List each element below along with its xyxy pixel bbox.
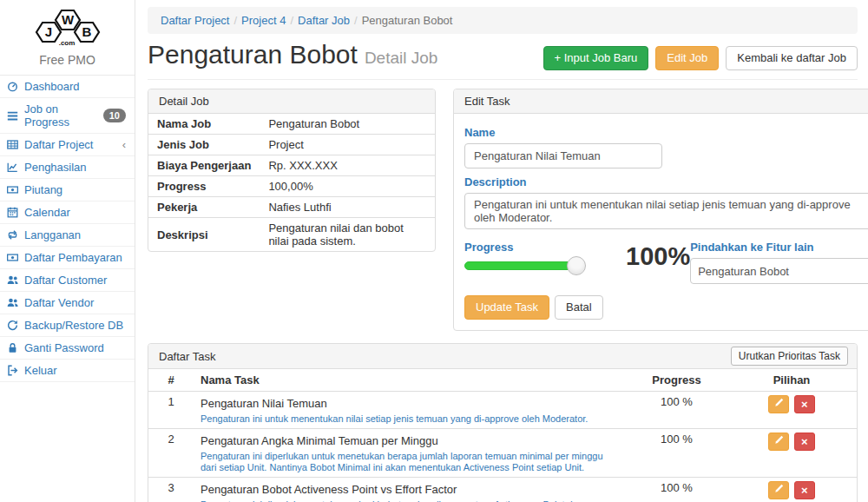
pencil-icon: [774, 398, 784, 407]
jwb-logo-icon: J W B .com: [30, 6, 105, 47]
table-header-row: # Nama Task Progress Pilihan: [148, 369, 857, 392]
update-task-button[interactable]: Update Task: [464, 295, 549, 320]
breadcrumb-link-daftar-job[interactable]: Daftar Job: [298, 14, 350, 27]
daftar-task-panel-heading: Daftar Task Urutkan Prioritas Task: [148, 344, 857, 369]
breadcrumb-separator: /: [290, 14, 293, 27]
breadcrumb-link-daftar-project[interactable]: Daftar Project: [161, 14, 229, 27]
task-description: Pengaturan ini diperlukan untuk menetuka…: [201, 451, 620, 473]
table-row: Biaya PengerjaanRp. XXX.XXX: [148, 155, 435, 176]
table-icon: [7, 139, 18, 150]
edit-task-button[interactable]: [768, 481, 789, 499]
page-header: Pengaturan BobotDetail Job + Input Job B…: [148, 39, 858, 80]
move-select-wrap: Pengaturan Bobot ▼: [690, 258, 868, 284]
breadcrumb-link-project-4[interactable]: Project 4: [241, 14, 286, 27]
svg-text:W: W: [61, 12, 74, 27]
svg-text:J: J: [44, 24, 51, 39]
slider-handle[interactable]: [567, 256, 586, 275]
delete-task-button[interactable]: ×: [794, 395, 815, 413]
task-number: 1: [148, 392, 194, 429]
svg-text:.com: .com: [58, 39, 75, 47]
page-title: Pengaturan BobotDetail Job: [148, 39, 437, 74]
sidebar-item-label: Ganti Password: [24, 341, 104, 354]
progress-percent-value: 100%: [626, 242, 690, 271]
column-header-pilihan: Pilihan: [727, 369, 857, 392]
sidebar-item-langganan[interactable]: Langganan: [0, 224, 135, 247]
name-label: Name: [464, 126, 868, 139]
sidebar-item-keluar[interactable]: Keluar: [0, 360, 135, 382]
table-row: Nama JobPengaturan Bobot: [148, 114, 435, 135]
sidebar-item-label: Calendar: [24, 206, 70, 219]
delete-task-button[interactable]: ×: [794, 433, 815, 451]
progress-slider[interactable]: [464, 261, 575, 270]
sidebar-item-label: Keluar: [24, 364, 57, 377]
x-icon: ×: [801, 398, 808, 411]
daftar-task-panel-title: Daftar Task: [159, 350, 216, 363]
task-description-textarea[interactable]: [464, 193, 868, 229]
urutkan-prioritas-task-button-top[interactable]: Urutkan Prioritas Task: [731, 347, 848, 366]
tasks-icon: [7, 110, 18, 122]
sidebar-menu: Dashboard Job on Progress 10 Daftar Proj…: [0, 75, 135, 382]
line-chart-icon: [7, 162, 18, 173]
description-label: Description: [464, 175, 868, 188]
move-to-feature-select[interactable]: Pengaturan Bobot: [690, 258, 868, 284]
breadcrumb-current: Pengaturan Bobot: [362, 14, 453, 27]
panels-row: Detail Job Nama JobPengaturan Bobot Jeni…: [148, 89, 858, 331]
breadcrumb-separator: /: [233, 14, 237, 27]
task-actions: ×: [727, 392, 857, 429]
task-table: # Nama Task Progress Pilihan 1 Pengatura…: [148, 369, 857, 502]
sidebar-item-daftar-pembayaran[interactable]: Daftar Pembayaran: [0, 247, 135, 269]
task-actions: ×: [727, 429, 857, 478]
detail-job-panel: Detail Job Nama JobPengaturan Bobot Jeni…: [148, 89, 436, 252]
sidebar-item-dashboard[interactable]: Dashboard: [0, 76, 135, 98]
detail-value: 100,00%: [260, 176, 435, 197]
task-name-input[interactable]: [464, 143, 662, 168]
kembali-ke-daftar-job-button[interactable]: Kembali ke daftar Job: [726, 46, 858, 70]
task-number: 3: [148, 478, 194, 502]
sidebar-item-label: Penghasilan: [24, 161, 87, 174]
edit-task-form: Name Description Progress 100% Pindahkan…: [454, 114, 868, 330]
pencil-icon: [774, 484, 784, 493]
move-column: Pindahkan ke Fitur lain Pengaturan Bobot…: [690, 234, 868, 284]
sidebar-item-calendar[interactable]: Calendar: [0, 201, 135, 224]
job-count-badge: 10: [103, 109, 126, 122]
users-icon: [7, 297, 18, 308]
edit-job-button[interactable]: Edit Job: [655, 46, 719, 70]
batal-button[interactable]: Batal: [555, 295, 603, 320]
x-icon: ×: [801, 484, 808, 497]
delete-task-button[interactable]: ×: [794, 481, 815, 499]
column-header-progress: Progress: [627, 369, 727, 392]
detail-job-table: Nama JobPengaturan Bobot Jenis JobProjec…: [148, 114, 435, 251]
sidebar-item-ganti-password[interactable]: Ganti Password: [0, 337, 135, 360]
edit-task-button[interactable]: [768, 433, 789, 451]
task-description: Pengaturan ini untuk menentukan nilai se…: [201, 413, 620, 425]
sidebar-item-daftar-project[interactable]: Daftar Project ‹: [0, 134, 135, 156]
sidebar-item-label: Langganan: [24, 228, 81, 241]
sidebar-item-piutang[interactable]: Piutang: [0, 179, 135, 201]
task-cell: Pengaturan Nilai Temuan Pengaturan ini u…: [194, 392, 627, 429]
table-row: 2 Pengaturan Angka Minimal Temuan per Mi…: [148, 429, 857, 478]
table-row: Jenis JobProject: [148, 135, 435, 155]
lock-icon: [7, 342, 18, 353]
calendar-icon: [7, 207, 18, 218]
sidebar-item-job-on-progress[interactable]: Job on Progress 10: [0, 98, 135, 134]
sidebar-item-label: Daftar Customer: [24, 274, 107, 287]
sidebar-item-label: Piutang: [24, 183, 62, 196]
users-icon: [7, 274, 18, 286]
input-job-baru-button[interactable]: + Input Job Baru: [543, 46, 649, 70]
task-number: 2: [148, 429, 194, 478]
app-logo[interactable]: J W B .com: [0, 0, 135, 50]
task-actions: ×: [727, 478, 857, 502]
page-subtitle: Detail Job: [365, 49, 438, 67]
retweet-icon: [7, 229, 18, 241]
sidebar-item-penghasilan[interactable]: Penghasilan: [0, 156, 135, 179]
sidebar-item-daftar-vendor[interactable]: Daftar Vendor: [0, 292, 135, 314]
sidebar-item-label: Job on Progress: [24, 102, 97, 129]
edit-task-button[interactable]: [768, 395, 789, 413]
breadcrumb: Daftar Project/Project 4/Daftar Job/Peng…: [148, 7, 858, 34]
sidebar-item-label: Daftar Vendor: [24, 296, 94, 309]
money-icon: [7, 252, 18, 263]
sidebar-item-label: Daftar Pembayaran: [24, 251, 122, 264]
progress-row: Progress 100% Pindahkan ke Fitur lain Pe…: [464, 234, 868, 284]
sidebar-item-daftar-customer[interactable]: Daftar Customer: [0, 269, 135, 292]
sidebar-item-backup-restore-db[interactable]: Backup/Restore DB: [0, 314, 135, 337]
